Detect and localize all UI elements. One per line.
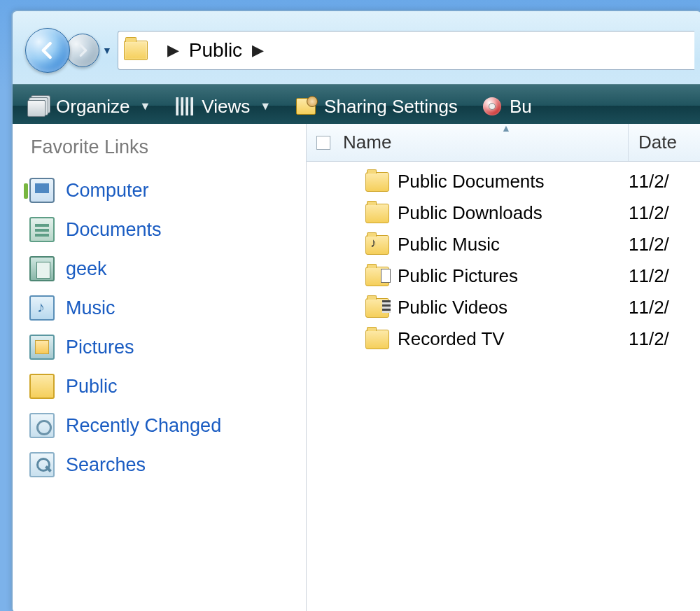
- sidebar-item-label: Computer: [66, 180, 149, 202]
- sidebar-item-pictures[interactable]: Pictures: [28, 328, 293, 367]
- file-date: 11/2/: [629, 265, 692, 287]
- folder-icon: [365, 298, 389, 318]
- file-name: Recorded TV: [398, 328, 629, 350]
- burn-icon: [483, 97, 501, 115]
- folder-icon: [365, 330, 389, 349]
- file-row[interactable]: Recorded TV11/2/: [307, 323, 700, 355]
- burn-label: Bu: [510, 96, 532, 118]
- folder-icon: [365, 235, 389, 255]
- forward-button[interactable]: [66, 34, 99, 67]
- folder-icon: [365, 172, 389, 192]
- column-header-name[interactable]: Name: [307, 124, 629, 161]
- sidebar-item-computer[interactable]: Computer: [28, 171, 293, 210]
- file-date: 11/2/: [629, 171, 692, 192]
- file-row[interactable]: Public Documents11/2/: [307, 166, 700, 197]
- back-button[interactable]: [25, 28, 70, 73]
- sidebar-item-public[interactable]: Public: [28, 367, 293, 406]
- file-row[interactable]: Public Downloads11/2/: [307, 197, 700, 229]
- music-icon: [29, 295, 55, 321]
- folder-icon: [365, 267, 389, 286]
- views-icon: [176, 97, 193, 115]
- nav-buttons: ▼: [25, 28, 112, 73]
- column-headers: ▲ Name Date: [307, 124, 700, 162]
- nav-history-dropdown[interactable]: ▼: [102, 45, 112, 56]
- column-date-label: Date: [638, 132, 677, 153]
- arrow-left-icon: [37, 40, 58, 61]
- chevron-down-icon: ▼: [260, 100, 271, 113]
- burn-button[interactable]: Bu: [483, 96, 532, 118]
- sidebar-item-recent[interactable]: Recently Changed: [28, 406, 293, 445]
- column-name-label: Name: [343, 132, 391, 153]
- sidebar-item-label: Searches: [66, 454, 146, 476]
- sidebar-item-geek[interactable]: geek: [28, 249, 293, 288]
- sharing-label: Sharing Settings: [324, 96, 458, 118]
- sidebar-item-label: geek: [66, 258, 107, 280]
- sidebar-item-label: Music: [66, 297, 115, 319]
- sidebar-item-label: Recently Changed: [66, 415, 221, 437]
- docs-icon: [29, 217, 55, 242]
- file-date: 11/2/: [629, 297, 692, 318]
- sidebar-title: Favorite Links: [31, 136, 293, 158]
- sidebar-item-label: Pictures: [66, 337, 134, 358]
- sidebar-item-docs[interactable]: Documents: [28, 210, 293, 249]
- address-bar[interactable]: ▶ Public ▶: [118, 31, 694, 70]
- file-name: Public Downloads: [398, 202, 629, 224]
- command-bar: Organize ▼ Views ▼ Sharing Settings Bu: [13, 84, 700, 129]
- breadcrumb-current[interactable]: Public: [189, 39, 242, 62]
- sharing-settings-button[interactable]: Sharing Settings: [296, 96, 458, 118]
- breadcrumb-separator-icon[interactable]: ▶: [167, 41, 179, 59]
- body-area: Favorite Links ComputerDocumentsgeekMusi…: [13, 124, 700, 611]
- organize-menu[interactable]: Organize ▼: [29, 96, 150, 118]
- sidebar-item-label: Documents: [66, 219, 162, 241]
- file-name: Public Documents: [398, 171, 629, 192]
- file-name: Public Pictures: [398, 265, 629, 287]
- sidebar-item-label: Public: [66, 376, 118, 398]
- file-row[interactable]: Public Music11/2/: [307, 229, 700, 260]
- file-row[interactable]: Public Pictures11/2/: [307, 260, 700, 292]
- file-name: Public Videos: [398, 297, 629, 318]
- file-date: 11/2/: [629, 328, 692, 350]
- file-list: ▲ Name Date Public Documents11/2/Public …: [307, 124, 700, 611]
- pictures-icon: [29, 335, 55, 360]
- breadcrumb-separator-icon[interactable]: ▶: [252, 41, 264, 59]
- sidebar-item-searches[interactable]: Searches: [28, 445, 293, 484]
- recent-icon: [29, 413, 55, 438]
- column-header-date[interactable]: Date: [629, 124, 700, 161]
- sidebar-item-music[interactable]: Music: [28, 288, 293, 328]
- explorer-window: ▼ ▶ Public ▶ Organize ▼ Views ▼ Sharing …: [11, 10, 700, 611]
- chevron-down-icon: ▼: [140, 100, 151, 113]
- folder-icon: [365, 204, 389, 223]
- public-icon: [29, 374, 55, 399]
- file-row[interactable]: Public Videos11/2/: [307, 292, 700, 323]
- searches-icon: [29, 452, 55, 477]
- file-date: 11/2/: [629, 234, 692, 255]
- folder-icon: [124, 41, 148, 60]
- geek-icon: [29, 256, 55, 281]
- sort-indicator-icon: ▲: [501, 124, 511, 134]
- file-date: 11/2/: [629, 202, 692, 224]
- computer-icon: [29, 178, 55, 203]
- organize-label: Organize: [56, 96, 130, 118]
- sharing-icon: [296, 98, 316, 115]
- sidebar: Favorite Links ComputerDocumentsgeekMusi…: [13, 124, 307, 611]
- views-label: Views: [202, 96, 250, 118]
- arrow-right-icon: [75, 43, 90, 58]
- address-row: ▼ ▶ Public ▶: [13, 11, 700, 84]
- select-all-checkbox[interactable]: [316, 136, 330, 150]
- file-name: Public Music: [398, 234, 629, 255]
- views-menu[interactable]: Views ▼: [176, 96, 271, 118]
- organize-icon: [27, 100, 46, 117]
